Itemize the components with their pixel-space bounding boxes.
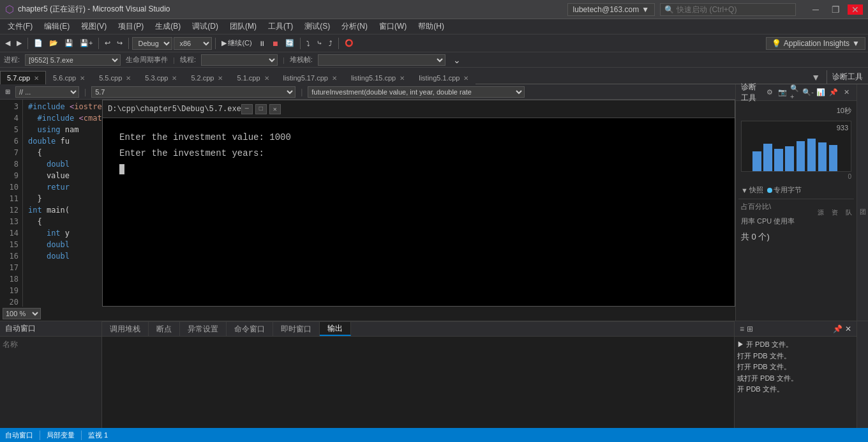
collapse-all-button[interactable]: ⊞	[3, 87, 13, 96]
tab-close-icon[interactable]: ✕	[332, 75, 337, 82]
tab-5.7.cpp[interactable]: 5.7.cpp ✕	[0, 71, 46, 84]
tab-close-icon[interactable]: ✕	[80, 75, 85, 82]
maximize-button[interactable]: ❐	[827, 4, 845, 15]
step-out-button[interactable]: ⤴	[326, 38, 335, 49]
diag-settings-icon[interactable]: ⚙	[765, 88, 775, 98]
save-button[interactable]: 💾	[62, 38, 76, 49]
redo-button[interactable]: ↪	[114, 38, 125, 49]
bottom-tab-immediate[interactable]: 即时窗口	[273, 322, 320, 336]
bottom-tab-breakpoints[interactable]: 断点	[149, 322, 180, 336]
stop-button[interactable]: ⏹	[269, 38, 281, 49]
status-autowindow[interactable]: 自动窗口	[5, 431, 40, 440]
diag-zoom-out-icon[interactable]: 🔍-	[803, 88, 813, 98]
open-file-button[interactable]: 📂	[47, 38, 61, 49]
tab-close-icon[interactable]: ✕	[264, 75, 269, 82]
quick-launch-search[interactable]: 🔍	[660, 3, 796, 16]
console-maximize[interactable]: □	[255, 104, 267, 114]
tab-close-icon[interactable]: ✕	[34, 75, 39, 82]
menu-project[interactable]: 项目(P)	[113, 20, 149, 33]
menu-view[interactable]: 视图(V)	[76, 20, 112, 33]
right-strip-item-1[interactable]: 团	[857, 201, 868, 206]
process-select[interactable]: [9552] 5.7.exe	[25, 54, 121, 66]
function-select[interactable]: 5.7	[91, 86, 296, 98]
diag-pin-icon[interactable]: 📌	[828, 88, 839, 98]
diag-camera-icon[interactable]: 📷	[777, 88, 788, 98]
forward-button[interactable]: ▶	[14, 38, 24, 49]
platform-select[interactable]: x86	[174, 37, 212, 50]
callstack-select[interactable]	[318, 54, 445, 66]
scope-select[interactable]: // ... 全局范围	[15, 86, 79, 98]
status-bar: 自动窗口 局部变量 监视 1	[0, 428, 868, 442]
menu-window[interactable]: 窗口(W)	[374, 20, 412, 33]
menu-build[interactable]: 生成(B)	[150, 20, 186, 33]
menu-test[interactable]: 测试(S)	[299, 20, 335, 33]
fn-signature-select[interactable]: futureInvestment(double value, int year,…	[308, 86, 525, 98]
tab-listing5.17.cpp[interactable]: listing5.17.cpp ✕	[276, 71, 344, 84]
tab-close-icon[interactable]: ✕	[400, 75, 405, 82]
close-button[interactable]: ✕	[848, 4, 863, 15]
tab-close-icon[interactable]: ✕	[463, 75, 468, 82]
suspend-button[interactable]: ⏸	[256, 38, 268, 49]
bottom-tab-exceptions[interactable]: 异常设置	[180, 322, 227, 336]
auto-window-content: 名称	[0, 337, 101, 442]
user-account[interactable]: lubetech@163.com ▼	[567, 3, 655, 16]
menu-tools[interactable]: 工具(T)	[263, 20, 298, 33]
diag-chart-icon[interactable]: 📊	[816, 88, 826, 98]
thread-select[interactable]	[201, 54, 278, 66]
breakpoint-button[interactable]: ⭕	[342, 38, 356, 49]
bottom-tab-callstack[interactable]: 调用堆栈	[102, 322, 149, 336]
new-file-button[interactable]: 📄	[31, 38, 45, 49]
status-locals[interactable]: 局部变量	[47, 431, 82, 440]
status-watch1[interactable]: 监视 1	[88, 431, 108, 440]
step-over-button[interactable]: ⤵	[304, 38, 313, 49]
diag-bottom-icon-2[interactable]: ⊞	[747, 324, 753, 333]
bottom-tab-output[interactable]: 输出	[320, 322, 351, 336]
application-insights-button[interactable]: 💡 Application Insights ▼	[766, 37, 865, 50]
tab-listing5.1.cpp[interactable]: listing5.1.cpp ✕	[412, 71, 475, 84]
menu-edit[interactable]: 编辑(E)	[39, 20, 75, 33]
bytes-toggle[interactable]: 专用字节	[767, 185, 802, 195]
bottom-tab-command[interactable]: 命令窗口	[227, 322, 273, 336]
right-strip-item-2[interactable]: 队	[842, 201, 854, 206]
auto-name-col: 名称	[3, 339, 99, 350]
right-strip-item-3[interactable]: 资	[828, 201, 840, 206]
back-button[interactable]: ◀	[3, 38, 13, 49]
menu-help[interactable]: 帮助(H)	[413, 20, 449, 33]
continue-button[interactable]: ▶ 继续(C)	[219, 37, 254, 49]
diag-bottom-icon-1[interactable]: ≡	[740, 324, 744, 333]
undo-button[interactable]: ↩	[102, 38, 113, 49]
console-close[interactable]: ✕	[269, 104, 281, 114]
menu-debug[interactable]: 调试(D)	[187, 20, 223, 33]
zoom-select[interactable]: 100 %	[3, 308, 41, 319]
tab-5.2.cpp[interactable]: 5.2.cpp ✕	[184, 71, 230, 84]
restart-button[interactable]: 🔄	[283, 38, 297, 49]
tab-overflow-button[interactable]: ▼	[807, 71, 824, 84]
diag-tools-tab[interactable]: 诊断工具	[827, 70, 868, 84]
tab-5.1.cpp[interactable]: 5.1.cpp ✕	[230, 71, 276, 84]
tab-close-icon[interactable]: ✕	[218, 75, 223, 82]
tab-5.6.cpp[interactable]: 5.6.cpp ✕	[46, 71, 92, 84]
save-all-button[interactable]: 💾+	[77, 38, 95, 49]
tab-5.3.cpp[interactable]: 5.3.cpp ✕	[138, 71, 184, 84]
tab-listing5.15.cpp[interactable]: listing5.15.cpp ✕	[344, 71, 412, 84]
search-input[interactable]	[677, 5, 791, 14]
console-minimize[interactable]: ─	[241, 104, 253, 114]
minimize-button[interactable]: ─	[807, 4, 824, 15]
diag-bottom-close[interactable]: ✕	[845, 324, 851, 333]
chart-bar-5	[797, 141, 805, 171]
tab-close-icon[interactable]: ✕	[172, 75, 177, 82]
tab-close-icon[interactable]: ✕	[126, 75, 131, 82]
tab-5.5.cpp[interactable]: 5.5.cpp ✕	[92, 71, 138, 84]
diag-zoom-in-icon[interactable]: 🔍+	[790, 88, 800, 98]
step-into-button[interactable]: ⤷	[314, 38, 325, 49]
right-strip-item-4[interactable]: 源	[814, 201, 826, 206]
menu-analyze[interactable]: 分析(N)	[336, 20, 373, 33]
menu-file[interactable]: 文件(F)	[3, 20, 38, 33]
debug-config-select[interactable]: Debug	[132, 37, 172, 50]
menu-team[interactable]: 团队(M)	[225, 20, 262, 33]
snapshot-toggle[interactable]: ▼ 快照	[741, 185, 763, 195]
lifecycle-label: 生命周期事件	[126, 55, 168, 65]
callstack-expand[interactable]: ⌄	[451, 54, 463, 66]
diag-bottom-pin[interactable]: 📌	[833, 324, 842, 333]
diag-close-icon[interactable]: ✕	[841, 88, 851, 98]
